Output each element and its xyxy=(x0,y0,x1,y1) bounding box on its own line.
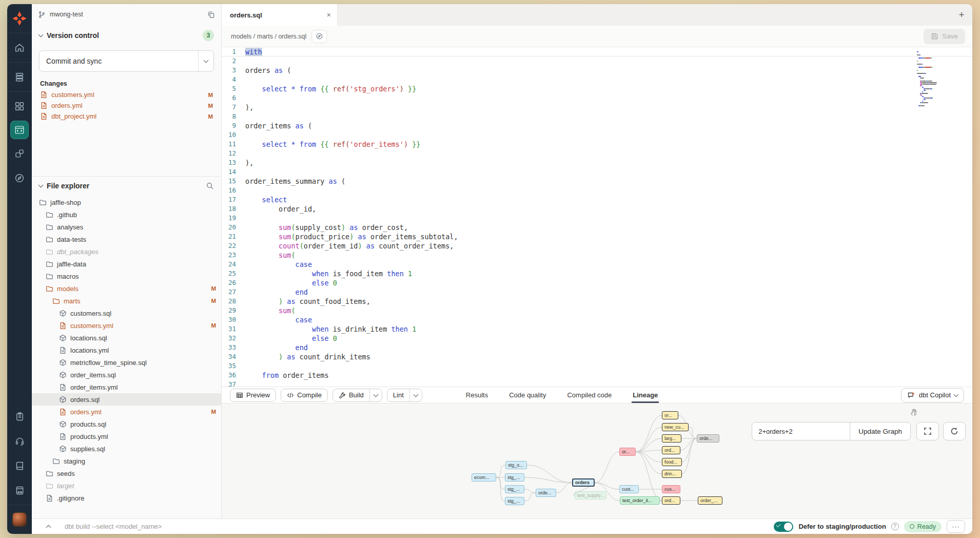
tree-item[interactable]: .github xyxy=(32,208,221,221)
tree-item[interactable]: macros xyxy=(32,270,221,282)
lineage-panel[interactable]: ecom...stg_o...stg_...stg_...stg_...orde… xyxy=(222,404,972,518)
tree-item[interactable]: products.sql xyxy=(32,418,221,430)
lineage-node[interactable]: ord... xyxy=(662,446,680,454)
orchestration-nav[interactable] xyxy=(7,141,32,166)
lineage-node[interactable]: stg_... xyxy=(505,473,524,482)
code-line[interactable]: 23 sum( xyxy=(222,251,972,260)
tree-item[interactable]: orders.sql xyxy=(32,393,221,406)
code-line[interactable]: 29 sum( xyxy=(222,306,972,315)
ready-status-badge[interactable]: Ready xyxy=(904,521,942,532)
code-line[interactable]: 31 when is_drink_item then 1 xyxy=(222,324,972,334)
code-line[interactable]: 26 else 0 xyxy=(222,278,972,287)
expand-command-bar[interactable] xyxy=(32,524,65,529)
lineage-node[interactable]: larg... xyxy=(662,434,681,443)
lineage-filter-input[interactable]: 2+orders+2 xyxy=(752,422,850,440)
lint-dropdown[interactable] xyxy=(409,389,422,401)
code-editor[interactable]: 1with23orders as (45 select * from {{ re… xyxy=(222,47,972,387)
command-input[interactable]: dbt build --select <model_name> xyxy=(65,523,162,530)
tree-item[interactable]: orders.ymlM xyxy=(32,406,221,418)
search-icon[interactable] xyxy=(206,182,214,190)
tree-item[interactable]: customers.ymlM xyxy=(32,319,221,332)
tree-item[interactable]: analyses xyxy=(32,221,221,233)
lineage-node[interactable]: orders xyxy=(572,478,595,487)
tree-item[interactable]: order_items.sql xyxy=(32,369,221,381)
code-line[interactable]: 35 xyxy=(222,361,972,371)
tab-compiled-code[interactable]: Compiled code xyxy=(566,387,613,403)
code-line[interactable]: 14 xyxy=(222,167,972,177)
code-line[interactable]: 28 ) as count_food_items, xyxy=(222,297,972,306)
code-line[interactable]: 36 from order_items xyxy=(222,371,972,380)
code-line[interactable]: 13), xyxy=(222,158,972,167)
dbt-copilot-button[interactable]: dbt Copilot xyxy=(901,388,964,402)
dashboard-nav[interactable] xyxy=(7,94,32,119)
tree-item[interactable]: locations.sql xyxy=(32,332,221,344)
lineage-node[interactable]: test_order_it... xyxy=(620,496,660,505)
tab-lineage[interactable]: Lineage xyxy=(632,387,659,403)
tab-results[interactable]: Results xyxy=(465,387,489,403)
tree-item[interactable]: target xyxy=(32,479,221,492)
build-button[interactable]: Build xyxy=(332,389,382,402)
code-line[interactable]: 22 count(order_item_id) as count_order_i… xyxy=(222,241,972,251)
tree-item[interactable]: locations.yml xyxy=(32,344,221,356)
update-graph-button[interactable]: Update Graph xyxy=(850,422,910,440)
tree-item[interactable]: data-tests xyxy=(32,233,221,245)
code-line[interactable]: 5 select * from {{ ref('stg_orders') }} xyxy=(222,84,972,93)
lineage-node[interactable]: food... xyxy=(662,458,682,466)
code-line[interactable]: 19 xyxy=(222,214,972,223)
ide-nav[interactable] xyxy=(7,119,32,141)
code-line[interactable]: 21 sum(product_price) as order_items_sub… xyxy=(222,232,972,241)
lineage-node[interactable]: orde... xyxy=(697,434,719,443)
tab-orders-sql[interactable]: orders.sql × xyxy=(222,4,338,26)
tree-item[interactable]: modelsM xyxy=(32,282,221,295)
lineage-node[interactable]: stg_... xyxy=(505,497,524,505)
explore-nav[interactable] xyxy=(7,166,32,190)
user-menu[interactable] xyxy=(7,507,32,532)
tree-item[interactable]: jaffle-data xyxy=(32,258,221,270)
environment-nav[interactable] xyxy=(7,478,32,503)
lineage-node[interactable]: or... xyxy=(662,411,678,419)
code-line[interactable]: 6 xyxy=(222,93,972,103)
lineage-node[interactable]: new_cu... xyxy=(662,423,689,431)
help-icon[interactable]: ? xyxy=(891,523,899,530)
home-nav[interactable] xyxy=(7,35,32,60)
commit-dropdown[interactable] xyxy=(198,51,213,71)
tree-item[interactable]: seeds xyxy=(32,467,221,479)
code-line[interactable]: 2 xyxy=(222,56,972,66)
lineage-node[interactable]: test_supply... xyxy=(575,491,606,499)
tree-item[interactable]: supplies.sql xyxy=(32,443,221,455)
lineage-node[interactable]: stg_o... xyxy=(505,461,527,469)
code-line[interactable]: 7), xyxy=(222,103,972,112)
code-line[interactable]: 33 end xyxy=(222,343,972,352)
lint-button[interactable]: Lint xyxy=(387,389,422,402)
code-line[interactable]: 20 sum(supply_cost) as order_cost, xyxy=(222,223,972,232)
code-line[interactable]: 1with xyxy=(222,47,972,56)
tree-item[interactable]: staging xyxy=(32,455,221,467)
lineage-node[interactable]: orde... xyxy=(536,489,556,497)
tree-item[interactable]: .gitignore xyxy=(32,492,221,504)
code-line[interactable]: 25 when is_food_item then 1 xyxy=(222,269,972,278)
change-item[interactable]: dbt_project.ymlM xyxy=(32,111,221,122)
code-line[interactable]: 12 xyxy=(222,149,972,158)
version-control-header[interactable]: Version control 3 xyxy=(32,25,221,45)
more-options-button[interactable]: ··· xyxy=(947,520,965,533)
tree-item[interactable]: dbt_packages xyxy=(32,245,221,258)
code-line[interactable]: 18 order_id, xyxy=(222,204,972,214)
lineage-node[interactable]: drin... xyxy=(662,470,682,478)
close-tab-icon[interactable]: × xyxy=(327,11,331,19)
tree-item[interactable]: order_items.yml xyxy=(32,381,221,393)
lineage-node[interactable]: stg_... xyxy=(505,485,524,493)
change-item[interactable]: orders.ymlM xyxy=(32,100,221,111)
tree-item[interactable]: products.yml xyxy=(32,430,221,443)
code-line[interactable]: 16 xyxy=(222,186,972,195)
code-line[interactable]: 24 case xyxy=(222,260,972,269)
tree-item[interactable]: customers.sql xyxy=(32,307,221,319)
code-line[interactable]: 9order_items as ( xyxy=(222,121,972,130)
change-item[interactable]: customers.ymlM xyxy=(32,89,221,100)
code-line[interactable]: 17 select xyxy=(222,195,972,204)
file-explorer-header[interactable]: File explorer xyxy=(32,177,221,194)
code-line[interactable]: 15order_items_summary as ( xyxy=(222,177,972,186)
defer-toggle[interactable] xyxy=(774,522,793,532)
minimap[interactable] xyxy=(917,51,964,108)
code-line[interactable]: 34 ) as count_drink_items xyxy=(222,352,972,361)
tab-code-quality[interactable]: Code quality xyxy=(508,387,547,403)
